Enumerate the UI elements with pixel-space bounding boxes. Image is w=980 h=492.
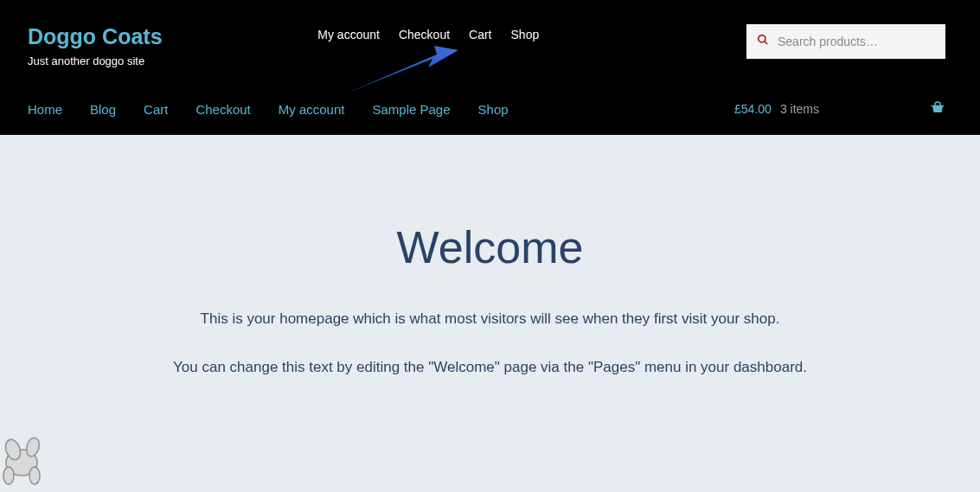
main-content: Welcome This is your homepage which is w… — [0, 135, 980, 438]
nav-home[interactable]: Home — [28, 102, 62, 117]
intro-text-2: You can change this text by editing the … — [35, 356, 945, 379]
svg-rect-2 — [932, 105, 945, 107]
secondary-nav: My account Checkout Cart Shop — [317, 24, 539, 42]
nav-blog[interactable]: Blog — [90, 102, 116, 117]
nav-cart[interactable]: Cart — [469, 28, 491, 42]
decorative-doggo-icon — [0, 428, 61, 492]
svg-line-1 — [765, 42, 768, 45]
cart-total: £54.00 — [734, 102, 772, 116]
site-header: Doggo Coats Just another doggo site My a… — [0, 0, 980, 135]
nav-sample-page[interactable]: Sample Page — [372, 102, 450, 117]
site-tagline: Just another doggo site — [28, 54, 163, 67]
search-container — [746, 24, 945, 59]
search-icon — [757, 34, 769, 49]
nav-checkout[interactable]: Checkout — [399, 28, 450, 42]
primary-nav: Home Blog Cart Checkout My account Sampl… — [28, 102, 509, 117]
nav-shop-main[interactable]: Shop — [478, 102, 509, 117]
nav-my-account[interactable]: My account — [317, 28, 380, 42]
cart-summary[interactable]: £54.00 3 items — [734, 100, 945, 118]
cart-items-count: 3 items — [780, 102, 819, 116]
svg-point-6 — [3, 467, 14, 484]
nav-shop[interactable]: Shop — [511, 28, 540, 42]
site-branding: Doggo Coats Just another doggo site — [28, 24, 163, 67]
nav-checkout-main[interactable]: Checkout — [195, 102, 250, 117]
page-heading: Welcome — [35, 221, 945, 273]
site-title[interactable]: Doggo Coats — [28, 24, 163, 49]
svg-point-7 — [29, 467, 40, 484]
svg-point-0 — [759, 35, 765, 42]
search-input[interactable] — [746, 24, 945, 59]
header-bottom-row: Home Blog Cart Checkout My account Sampl… — [0, 85, 980, 135]
header-top-row: Doggo Coats Just another doggo site My a… — [0, 0, 980, 85]
nav-cart-main[interactable]: Cart — [144, 102, 168, 117]
basket-icon — [930, 100, 945, 118]
nav-my-account-main[interactable]: My account — [279, 102, 345, 117]
intro-text-1: This is your homepage which is what most… — [35, 308, 945, 330]
